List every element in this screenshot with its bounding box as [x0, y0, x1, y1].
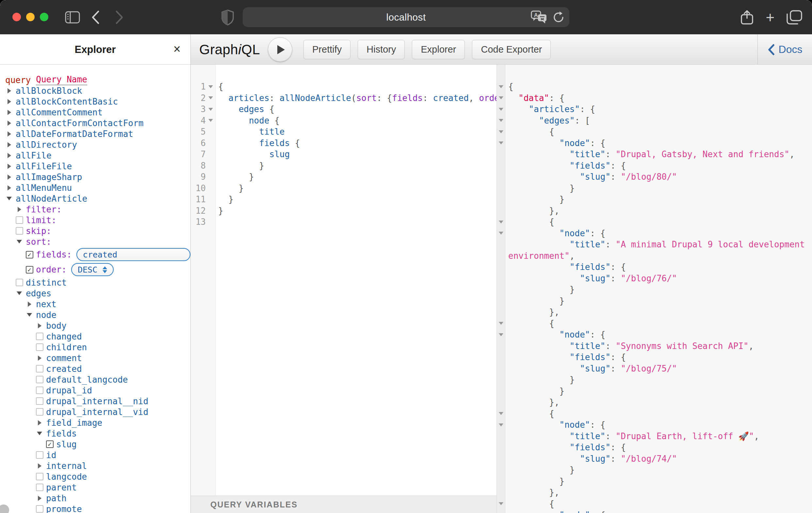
response-pane[interactable]: { "data": { "articles": { "edges": [ { "… — [496, 65, 812, 513]
share-icon[interactable] — [739, 0, 755, 34]
explorer-button[interactable]: Explorer — [412, 40, 465, 59]
explorer-tree-row[interactable]: id — [5, 450, 191, 460]
explorer-tree-row[interactable]: body — [5, 320, 191, 331]
explorer-tree-row[interactable]: drupal_internal__nid — [5, 396, 191, 406]
fold-toggle-icon[interactable] — [496, 108, 505, 111]
fold-toggle-icon[interactable] — [496, 221, 505, 224]
explorer-tree-row[interactable]: allContactFormContactForm — [5, 118, 191, 129]
zoom-window-icon[interactable] — [40, 13, 48, 21]
fold-toggle-icon[interactable] — [206, 119, 215, 122]
explorer-tree-row[interactable]: internal — [5, 460, 191, 471]
checkbox-icon[interactable] — [16, 216, 23, 224]
explorer-tree-row[interactable]: comment — [5, 352, 191, 363]
checkbox-checked-icon[interactable]: ✓ — [46, 440, 54, 448]
chevron-expanded-icon[interactable] — [36, 432, 44, 435]
explorer-tree-row[interactable]: edges — [5, 288, 191, 298]
chevron-collapsed-icon[interactable] — [36, 463, 44, 468]
explorer-tree-row[interactable]: node — [5, 309, 191, 320]
explorer-tree-row[interactable]: drupal_id — [5, 385, 191, 396]
fold-toggle-icon[interactable] — [496, 424, 505, 426]
chevron-collapsed-icon[interactable] — [5, 99, 13, 104]
explorer-tree-row[interactable]: parent — [5, 482, 191, 493]
fold-toggle-icon[interactable] — [496, 85, 505, 88]
explorer-tree-row[interactable]: allBlockContentBasic — [5, 96, 191, 107]
code-exporter-button[interactable]: Code Exporter — [472, 40, 551, 59]
query-name[interactable]: Query Name — [36, 75, 87, 85]
explorer-tree-row[interactable]: allFileFile — [5, 161, 191, 172]
checkbox-icon[interactable] — [36, 408, 44, 416]
fold-toggle-icon[interactable] — [496, 96, 505, 99]
explorer-tree-row[interactable]: filter: — [5, 204, 191, 215]
history-button[interactable]: History — [358, 40, 405, 59]
explorer-tree-row[interactable]: langcode — [5, 471, 191, 482]
checkbox-icon[interactable] — [36, 333, 44, 340]
execute-button[interactable] — [268, 37, 292, 62]
fold-toggle-icon[interactable] — [206, 96, 215, 99]
checkbox-icon[interactable] — [36, 365, 44, 372]
chevron-expanded-icon[interactable] — [26, 313, 33, 317]
explorer-tree-row[interactable]: ✓fields:created — [5, 247, 191, 262]
explorer-tree-row[interactable]: allFile — [5, 150, 191, 161]
explorer-tree-row[interactable]: children — [5, 342, 191, 352]
back-icon[interactable] — [89, 0, 102, 34]
minimize-window-icon[interactable] — [26, 13, 35, 21]
translate-icon[interactable]: A — [531, 10, 548, 24]
fold-toggle-icon[interactable] — [496, 322, 505, 325]
explorer-tree-row[interactable]: drupal_internal__vid — [5, 406, 191, 417]
explorer-tree-row[interactable]: allImageSharp — [5, 172, 191, 182]
explorer-tree-row[interactable]: path — [5, 493, 191, 504]
docs-tab[interactable]: Docs — [757, 34, 812, 65]
explorer-tree-row[interactable]: allDirectory — [5, 139, 191, 150]
chevron-collapsed-icon[interactable] — [5, 88, 13, 93]
chevron-expanded-icon[interactable] — [16, 291, 23, 295]
explorer-tree-row[interactable]: ✓slug — [5, 439, 191, 450]
fold-toggle-icon[interactable] — [496, 412, 505, 415]
chevron-collapsed-icon[interactable] — [5, 142, 13, 147]
chevron-collapsed-icon[interactable] — [5, 153, 13, 158]
query-name-row[interactable]: query Query Name — [5, 75, 191, 85]
explorer-tree-row[interactable]: allBlockBlock — [5, 85, 191, 96]
chevron-collapsed-icon[interactable] — [16, 207, 23, 212]
chevron-expanded-icon[interactable] — [16, 240, 23, 244]
chevron-collapsed-icon[interactable] — [5, 110, 13, 115]
privacy-shield-icon[interactable] — [220, 0, 236, 34]
checkbox-icon[interactable] — [16, 279, 23, 286]
reload-icon[interactable] — [552, 11, 565, 24]
sidebar-toggle-icon[interactable] — [64, 0, 81, 34]
close-icon[interactable]: × — [173, 34, 181, 65]
chevron-collapsed-icon[interactable] — [5, 185, 13, 191]
explorer-tree-row[interactable]: default_langcode — [5, 374, 191, 385]
forward-icon[interactable] — [113, 0, 126, 34]
explorer-tree-row[interactable]: allMenuMenu — [5, 182, 191, 193]
fold-toggle-icon[interactable] — [496, 119, 505, 122]
fold-toggle-icon[interactable] — [206, 108, 215, 111]
query-variables-bar[interactable]: QUERY VARIABLES — [191, 496, 496, 513]
checkbox-icon[interactable] — [36, 484, 44, 491]
chevron-collapsed-icon[interactable] — [5, 131, 13, 137]
explorer-tree-row[interactable]: fields — [5, 428, 191, 439]
explorer-tree-row[interactable]: created — [5, 363, 191, 374]
explorer-tree-row[interactable]: field_image — [5, 417, 191, 428]
chevron-collapsed-icon[interactable] — [5, 174, 13, 180]
fold-toggle-icon[interactable] — [496, 131, 505, 133]
chevron-collapsed-icon[interactable] — [5, 164, 13, 169]
checkbox-icon[interactable] — [36, 376, 44, 383]
checkbox-icon[interactable] — [36, 473, 44, 480]
explorer-tree-row[interactable]: ✓order:DESC — [5, 262, 191, 277]
prettify-button[interactable]: Prettify — [303, 40, 350, 59]
explorer-tree-row[interactable]: distinct — [5, 277, 191, 288]
explorer-tree-row[interactable]: allCommentComment — [5, 107, 191, 118]
sort-order-select[interactable]: DESC — [71, 263, 114, 276]
sort-fields-input[interactable]: created — [77, 248, 191, 261]
chevron-collapsed-icon[interactable] — [36, 355, 44, 361]
new-tab-icon[interactable]: + — [763, 0, 777, 34]
fold-toggle-icon[interactable] — [496, 502, 505, 505]
close-window-icon[interactable] — [12, 13, 21, 21]
fold-toggle-icon[interactable] — [496, 333, 505, 336]
chevron-collapsed-icon[interactable] — [5, 120, 13, 126]
fold-toggle-icon[interactable] — [496, 141, 505, 144]
chevron-collapsed-icon[interactable] — [36, 323, 44, 329]
checkbox-icon[interactable] — [16, 227, 23, 235]
checkbox-icon[interactable] — [36, 343, 44, 351]
checkbox-icon[interactable] — [36, 397, 44, 405]
